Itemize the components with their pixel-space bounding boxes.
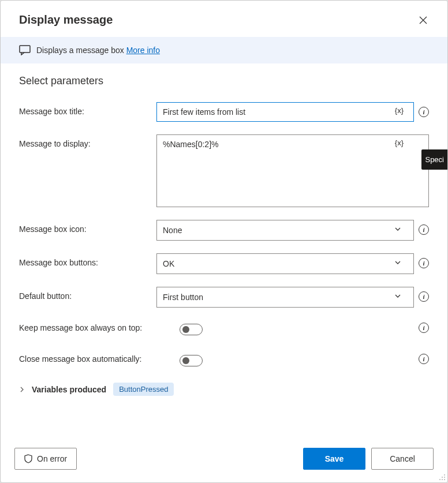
message-icon	[19, 45, 31, 55]
label-message-box-title: Message box title:	[19, 102, 151, 116]
control-wrap: {x}	[156, 134, 429, 207]
display-message-dialog: Display message Displays a message box M…	[0, 0, 448, 483]
section-title: Select parameters	[19, 75, 429, 87]
label-message-box-icon: Message box icon:	[19, 220, 151, 234]
label-always-on-top: Keep message box always on top:	[19, 323, 160, 332]
svg-point-3	[444, 477, 445, 478]
control-wrap: None i	[156, 220, 429, 241]
label-close-automatically: Close message box automatically:	[19, 354, 160, 364]
svg-point-5	[442, 479, 443, 480]
row-default-button: Default button: First button i	[19, 287, 429, 308]
dialog-content: Select parameters Message box title: {x}…	[1, 63, 447, 437]
info-icon[interactable]: i	[419, 258, 429, 268]
variables-produced-label: Variables produced	[32, 385, 106, 394]
control-wrap: OK i	[156, 253, 429, 274]
input-message-box-title[interactable]	[156, 102, 414, 122]
variables-produced-row[interactable]: Variables produced ButtonPressed	[19, 383, 429, 396]
info-icon[interactable]: i	[419, 354, 429, 364]
toggle-close-automatically[interactable]	[180, 355, 203, 366]
close-icon	[419, 16, 427, 24]
info-icon[interactable]: i	[419, 323, 429, 333]
select-default-button[interactable]: First button	[156, 287, 414, 308]
variable-badge-buttonpressed[interactable]: ButtonPressed	[113, 383, 174, 396]
cancel-button[interactable]: Cancel	[371, 448, 434, 470]
resize-grip-icon[interactable]	[439, 474, 446, 481]
chevron-right-icon	[19, 387, 25, 392]
info-icon[interactable]: i	[419, 291, 429, 302]
svg-point-4	[439, 479, 440, 480]
row-always-on-top: Keep message box always on top: i	[19, 320, 429, 335]
svg-point-2	[442, 477, 443, 478]
more-info-link[interactable]: More info	[126, 46, 160, 55]
row-message-box-title: Message box title: {x} i	[19, 102, 429, 122]
dialog-header: Display message	[1, 1, 447, 37]
save-button[interactable]: Save	[303, 448, 365, 470]
control-wrap: First button i	[156, 287, 429, 308]
control-wrap: {x} i	[156, 102, 429, 122]
input-message-to-display[interactable]	[156, 134, 429, 207]
close-button[interactable]	[417, 14, 429, 26]
on-error-label: On error	[37, 454, 67, 463]
on-error-button[interactable]: On error	[14, 448, 77, 470]
banner-text: Displays a message box More info	[36, 46, 160, 55]
select-message-box-icon[interactable]: None	[156, 220, 414, 241]
info-icon[interactable]: i	[419, 107, 429, 117]
shield-icon	[24, 454, 32, 463]
svg-point-1	[444, 474, 445, 475]
toggle-knob	[182, 326, 189, 333]
info-banner: Displays a message box More info	[1, 37, 447, 63]
row-message-box-buttons: Message box buttons: OK i	[19, 253, 429, 274]
toggle-always-on-top[interactable]	[180, 324, 203, 335]
svg-rect-0	[20, 46, 30, 53]
svg-point-6	[444, 479, 445, 480]
dialog-title: Display message	[19, 13, 113, 27]
row-message-box-icon: Message box icon: None i	[19, 220, 429, 241]
toggle-knob	[182, 357, 189, 364]
select-message-box-buttons[interactable]: OK	[156, 253, 414, 274]
row-close-automatically: Close message box automatically: i	[19, 351, 429, 366]
dialog-footer: On error Save Cancel	[1, 437, 447, 482]
label-default-button: Default button:	[19, 287, 151, 301]
row-message-to-display: Message to display: {x}	[19, 134, 429, 207]
tooltip-speci: Speci	[421, 149, 447, 170]
label-message-box-buttons: Message box buttons:	[19, 253, 151, 267]
label-message-to-display: Message to display:	[19, 134, 151, 148]
info-icon[interactable]: i	[419, 224, 429, 235]
